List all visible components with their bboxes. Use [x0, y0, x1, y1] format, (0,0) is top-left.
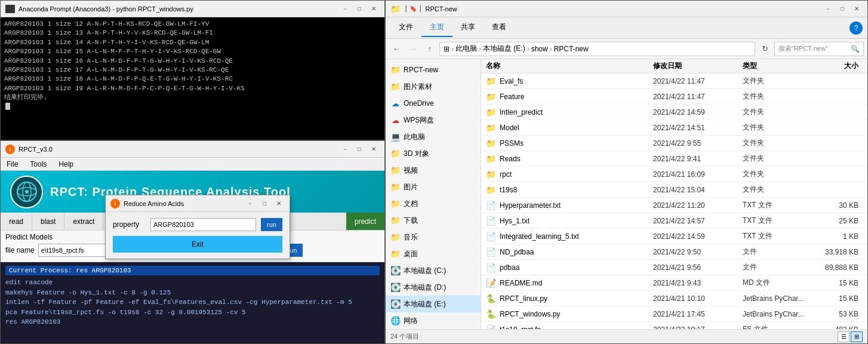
rpct-menu-file[interactable]: File [3, 159, 21, 170]
breadcrumb-segment[interactable]: 本地磁盘 (E:) [483, 44, 525, 54]
breadcrumb-segment[interactable]: show [531, 45, 548, 53]
sidebar-item-videos[interactable]: 📁 视频 [386, 162, 481, 179]
col-header-type[interactable]: 类型 [738, 61, 809, 71]
file-name-label: file name [5, 246, 35, 254]
up-button[interactable]: ↑ [423, 42, 437, 56]
table-row[interactable]: 🐍 RPCT_linux.py 2021/4/21 10:10 JetBrain… [481, 291, 867, 306]
ribbon-tab-home[interactable]: 主页 [421, 19, 453, 37]
sidebar-item-image-material[interactable]: 📁 图片素材 [386, 78, 481, 95]
file-type: 文件夹 [738, 122, 809, 133]
sidebar-item-onedrive[interactable]: ☁ OneDrive [386, 95, 481, 112]
dialog-run-button[interactable]: run [261, 218, 282, 231]
sidebar-item-label: 文档 [404, 199, 418, 209]
sidebar-item-downloads[interactable]: 📁 下载 [386, 212, 481, 229]
sidebar-drive-icon: 💽 [390, 282, 400, 292]
sidebar-item-drive-d[interactable]: 💽 本地磁盘 (D:) [386, 279, 481, 296]
sidebar-item-3d-objects[interactable]: 📁 3D 对象 [386, 145, 481, 162]
view-details-button[interactable]: ⊞ [851, 331, 863, 342]
table-row[interactable]: 🐍 RPCT_windows.py 2021/4/21 17:45 JetBra… [481, 306, 867, 322]
explorer-close-button[interactable]: ✕ [851, 4, 863, 14]
table-row[interactable]: 📄 ND_pdbaa 2021/4/22 9:50 文件 33,918 KB [481, 244, 867, 260]
explorer-maximize-button[interactable]: □ [836, 4, 848, 14]
sidebar-item-music[interactable]: 📁 音乐 [386, 229, 481, 245]
refresh-button[interactable]: ↻ [758, 42, 772, 56]
ribbon-tab-view[interactable]: 查看 [484, 19, 515, 37]
table-row[interactable]: 📁 Reads 2021/4/22 9:41 文件夹 [481, 151, 867, 167]
file-type: 文件 [738, 247, 809, 257]
nav-predict[interactable]: predict [346, 213, 384, 230]
rpct-menu-help[interactable]: Help [55, 159, 77, 170]
sidebar-item-pictures[interactable]: 📁 图片 [386, 179, 481, 195]
sidebar-item-rpct-new[interactable]: 📁 RPCT-new [386, 62, 481, 78]
explorer-minimize-button[interactable]: － [822, 4, 834, 14]
table-row[interactable]: 📁 Model 2021/4/22 14:51 文件夹 [481, 120, 867, 136]
col-header-size[interactable]: 大小 [809, 61, 863, 71]
explorer-navbar: ← → ↑ ⊞ › 此电脑 › 本地磁盘 (E:) › show › RPCT-… [386, 39, 867, 59]
col-header-name[interactable]: 名称 [481, 61, 648, 71]
table-row[interactable]: 📁 Intlen_predict 2021/4/22 14:59 文件夹 [481, 105, 867, 120]
sidebar-folder-icon: 📁 [390, 182, 400, 192]
sidebar-item-desktop[interactable]: 📁 桌面 [386, 245, 481, 262]
search-bar[interactable]: 搜索"RPCT-new" 🔍 [774, 42, 864, 56]
file-name-input[interactable] [38, 244, 116, 257]
table-row[interactable]: 📄 t1s10_rpct.fs 2021/4/22 10:17 FS 文件 48… [481, 322, 867, 329]
rpct-maximize-button[interactable]: □ [353, 144, 365, 155]
view-list-button[interactable]: ☰ [838, 331, 849, 342]
table-row[interactable]: 📝 README.md 2021/4/21 9:43 MD 文件 15 KB [481, 275, 867, 291]
rpct-close-button[interactable]: ✕ [368, 144, 380, 155]
terminal-line: ARGP820103 1 size 14 A-N-P-T-H-Y-I-V-KS-… [4, 38, 381, 47]
breadcrumb[interactable]: ⊞ › 此电脑 › 本地磁盘 (E:) › show › RPCT-new [439, 42, 755, 56]
file-type-icon: 📁 [486, 76, 496, 86]
sidebar-item-documents[interactable]: 📁 文档 [386, 195, 481, 212]
nav-blast[interactable]: blast [32, 213, 64, 230]
breadcrumb-segment[interactable]: 此电脑 [455, 44, 477, 54]
sidebar-item-drive-c[interactable]: 💽 本地磁盘 (C:) [386, 262, 481, 279]
nav-read[interactable]: read [1, 213, 32, 230]
dialog-close-button[interactable]: ✕ [273, 198, 285, 209]
sidebar-item-label: 本地磁盘 (E:) [404, 299, 446, 309]
nav-extract[interactable]: extract [64, 213, 103, 230]
ribbon-tab-file[interactable]: 文件 [390, 19, 421, 37]
breadcrumb-segment[interactable]: RPCT-new [554, 45, 589, 53]
terminal-line: ARGP820103 1 size 12 A-N-P-T-H-KS-RCD-QE… [4, 20, 381, 29]
dialog-exit-button[interactable]: Exit [113, 236, 282, 253]
forward-button[interactable]: → [406, 42, 420, 56]
rpct-menu-tools[interactable]: Tools [26, 159, 50, 170]
sidebar-item-network[interactable]: 🌐 网络 [386, 312, 481, 329]
sidebar-item-drive-e[interactable]: 💽 本地磁盘 (E:) [386, 296, 481, 312]
file-list-header: 名称 修改日期 类型 大小 [481, 59, 867, 73]
table-row[interactable]: 📁 Eval_fs 2021/4/22 11:47 文件夹 [481, 73, 867, 89]
table-row[interactable]: 📁 Feature 2021/4/22 11:47 文件夹 [481, 89, 867, 105]
sidebar-pc-icon: 💻 [390, 132, 400, 142]
sidebar-item-this-pc[interactable]: 💻 此电脑 [386, 128, 481, 145]
table-row[interactable]: 📄 Integrated_learning_5.txt 2021/4/22 14… [481, 229, 867, 244]
table-row[interactable]: 📄 Hyperparameter.txt 2021/4/22 11:20 TXT… [481, 198, 867, 213]
table-row[interactable]: 📁 PSSMs 2021/4/22 9:55 文件夹 [481, 136, 867, 151]
sidebar-item-wps-drive[interactable]: ☁ WPS网盘 [386, 112, 481, 128]
terminal-completion-line: 结果打印完毕. [4, 93, 381, 102]
sidebar-folder-icon: 📁 [390, 165, 400, 175]
terminal-minimize-button[interactable]: － [339, 4, 351, 14]
explorer-folder-icon: 📁 [390, 4, 401, 14]
file-type: FS 文件 [738, 324, 809, 329]
breadcrumb-segment[interactable]: ⊞ [444, 45, 450, 53]
table-row[interactable]: 📁 t19s8 2021/4/22 15:04 文件夹 [481, 182, 867, 198]
col-header-date[interactable]: 修改日期 [648, 61, 738, 71]
terminal-maximize-button[interactable]: □ [353, 4, 365, 14]
ribbon-tab-share[interactable]: 共享 [453, 19, 484, 37]
ribbon-help-button[interactable]: ? [849, 22, 863, 35]
sidebar-folder-icon: 📁 [390, 249, 400, 259]
dialog-property-input[interactable] [150, 218, 256, 231]
file-type-icon: 📁 [486, 185, 496, 195]
dialog-restore-button[interactable]: □ [258, 198, 270, 209]
dialog-minimize-button[interactable]: － [244, 198, 256, 209]
file-date: 2021/4/22 9:55 [648, 139, 738, 148]
table-row[interactable]: 📄 pdbaa 2021/4/21 9:56 文件 89,888 KB [481, 260, 867, 275]
back-button[interactable]: ← [389, 42, 404, 56]
table-row[interactable]: 📄 Hys_1.txt 2021/4/22 14:57 TXT 文件 25 KB [481, 213, 867, 229]
terminal-close-button[interactable]: ✕ [368, 4, 380, 14]
table-row[interactable]: 📁 rpct 2021/4/21 16:09 文件夹 [481, 167, 867, 182]
rpct-minimize-button[interactable]: － [339, 144, 351, 155]
dialog-property-label: property [113, 220, 146, 229]
sidebar-network-icon: 🌐 [390, 316, 400, 325]
